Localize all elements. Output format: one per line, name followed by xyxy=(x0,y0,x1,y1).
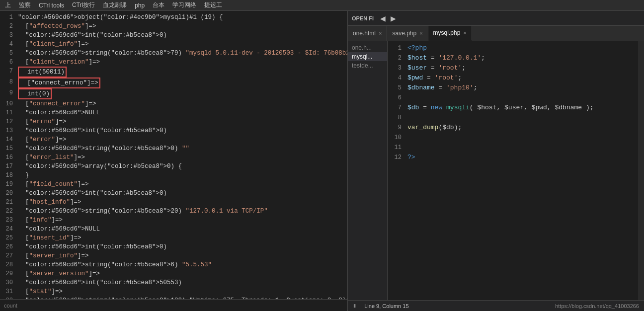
line-number: 17 xyxy=(0,162,18,171)
line-content: ["host_info"]=> xyxy=(18,198,347,207)
right-header: OPEN FI ◀ ▶ xyxy=(348,11,644,26)
code-line-number: 10 xyxy=(388,133,407,143)
code-line-number: 5 xyxy=(388,83,407,93)
line-content: "color:#569cd6">NULL xyxy=(18,225,347,233)
line-number: 18 xyxy=(0,171,18,180)
output-line: 4 ["client_info"]=> xyxy=(0,40,347,49)
output-line: 2 ["affected_rows"]=> xyxy=(0,22,347,31)
output-line: 7 int(50011) xyxy=(0,67,347,78)
line-content: "color:#569cd6">int("color:#b5cea8">0) xyxy=(18,242,347,251)
minimap xyxy=(638,41,644,300)
code-token: 'root' xyxy=(435,74,458,81)
line-number: 27 xyxy=(0,251,18,260)
code-line: 4$pwd = 'root'; xyxy=(388,73,638,83)
right-status-bar: ▮ Line 9, Column 15 https://blog.csdn.ne… xyxy=(348,300,644,311)
code-token: = xyxy=(423,74,434,81)
line-number: 13 xyxy=(0,126,18,135)
file-tree-item[interactable]: testde... xyxy=(348,61,387,70)
tab-label: one.html xyxy=(353,30,376,37)
open-files-label: OPEN FI xyxy=(352,15,377,21)
topbar-item-0[interactable]: 上 xyxy=(3,1,13,9)
tab-close-icon[interactable]: × xyxy=(379,30,382,36)
code-line-number: 9 xyxy=(388,123,407,133)
output-line: 30 "color:#569cd6">int("color:#b5cea8">5… xyxy=(0,278,347,287)
output-line: 5 "color:#569cd6">string("color:#b5cea8"… xyxy=(0,49,347,58)
code-line-content: ?> xyxy=(407,153,638,162)
topbar-item-8[interactable]: 捷运工 xyxy=(202,1,224,9)
output-line: 21 ["host_info"]=> xyxy=(0,198,347,207)
line-content: "color:#569cd6">string("color:#b5cea8">7… xyxy=(18,49,347,58)
output-line: 1"color:#569cd6">object("color:#4ec9b0">… xyxy=(0,13,347,22)
line-content: ["client_version"]=> xyxy=(18,58,347,67)
code-line: 6 xyxy=(388,93,638,103)
line-content: "color:#569cd6">NULL xyxy=(18,108,347,117)
line-number: 9 xyxy=(0,88,18,97)
output-line: 29 ["server_version"]=> xyxy=(0,269,347,278)
code-line-content: $host = '127.0.0.1'; xyxy=(407,53,638,63)
line-number: 26 xyxy=(0,242,18,251)
code-line: 12?> xyxy=(388,153,638,162)
line-number: 5 xyxy=(0,49,18,58)
line-content: ["affected_rows"]=> xyxy=(18,22,347,31)
line-number: 10 xyxy=(0,99,18,108)
code-line-number: 1 xyxy=(388,43,407,53)
code-line-number: 3 xyxy=(388,63,407,73)
output-line: 13 "color:#569cd6">int("color:#b5cea8">0… xyxy=(0,126,347,135)
code-token: = xyxy=(427,64,438,72)
code-token: mysqli xyxy=(446,104,470,111)
output-line: 11 "color:#569cd6">NULL xyxy=(0,108,347,117)
line-content: ["errno"]=> xyxy=(18,117,347,126)
tab-close-icon[interactable]: × xyxy=(463,30,466,36)
right-panel: OPEN FI ◀ ▶ one.html×save.php×mysql.php×… xyxy=(348,11,644,311)
output-line: 24 "color:#569cd6">NULL xyxy=(0,225,347,233)
nav-next-button[interactable]: ▶ xyxy=(389,14,398,22)
highlight-span: int(50011) xyxy=(18,67,67,78)
output-line: 17 "color:#569cd6">array("color:#b5cea8"… xyxy=(0,162,347,171)
code-token: $pwd xyxy=(407,74,423,81)
line-number: 6 xyxy=(0,58,18,67)
tab-close-icon[interactable]: × xyxy=(419,30,422,36)
output-line: 3 "color:#569cd6">int("color:#b5cea8">0) xyxy=(0,31,347,40)
editor-tab[interactable]: one.html× xyxy=(348,26,387,41)
code-line-number: 12 xyxy=(388,153,407,162)
output-line: 18 } xyxy=(0,171,347,180)
line-number: 14 xyxy=(0,135,18,144)
output-line: 22 "color:#569cd6">string("color:#b5cea8… xyxy=(0,207,347,216)
highlight-span: ["connect_errno"]=> xyxy=(18,78,100,88)
line-number: 8 xyxy=(0,78,18,86)
code-line-number: 4 xyxy=(388,73,407,83)
topbar-item-3[interactable]: CTrl按行 xyxy=(70,1,97,9)
line-number: 15 xyxy=(0,144,18,153)
line-content: ["server_info"]=> xyxy=(18,251,347,260)
code-line-content: $pwd = 'root'; xyxy=(407,73,638,83)
editor-tab[interactable]: save.php× xyxy=(387,26,428,41)
tab-label: mysql.php xyxy=(433,29,461,36)
nav-prev-button[interactable]: ◀ xyxy=(379,14,387,22)
topbar-item-6[interactable]: 台本 xyxy=(151,1,166,9)
file-tree-item[interactable]: one.h... xyxy=(348,43,387,52)
topbar-item-7[interactable]: 学习网络 xyxy=(170,1,198,9)
code-token: $host xyxy=(407,54,427,62)
line-number: 21 xyxy=(0,198,18,207)
line-content: ["server_version"]=> xyxy=(18,269,347,278)
line-number: 7 xyxy=(0,67,18,76)
code-line-content: <?php xyxy=(407,43,638,53)
output-content[interactable]: 1"color:#569cd6">object("color:#4ec9b0">… xyxy=(0,11,347,299)
topbar-item-2[interactable]: CTrl tools xyxy=(37,2,66,9)
line-content: ["stat"]=> xyxy=(18,287,347,296)
line-number: 16 xyxy=(0,153,18,162)
topbar-item-4[interactable]: 血龙刷课 xyxy=(101,1,129,9)
line-number: 3 xyxy=(0,31,18,40)
line-content: ["connect_error"]=> xyxy=(18,99,347,108)
editor-tab[interactable]: mysql.php× xyxy=(428,26,472,41)
line-content: "color:#569cd6">int("color:#b5cea8">0) xyxy=(18,126,347,135)
topbar-item-5[interactable]: php xyxy=(133,2,147,9)
code-token: 'root' xyxy=(438,64,462,72)
file-tree-item[interactable]: mysql... xyxy=(348,52,387,61)
code-line-content: $user = 'root'; xyxy=(407,63,638,73)
code-line-content: $db = new mysqli( $host, $user, $pwd, $d… xyxy=(407,103,638,113)
code-area[interactable]: 1<?php2$host = '127.0.0.1';3$user = 'roo… xyxy=(388,41,638,300)
code-token: 'php10' xyxy=(446,84,474,91)
output-line: 8 ["connect_errno"]=> xyxy=(0,78,347,88)
topbar-item-1[interactable]: 监察 xyxy=(17,1,33,9)
